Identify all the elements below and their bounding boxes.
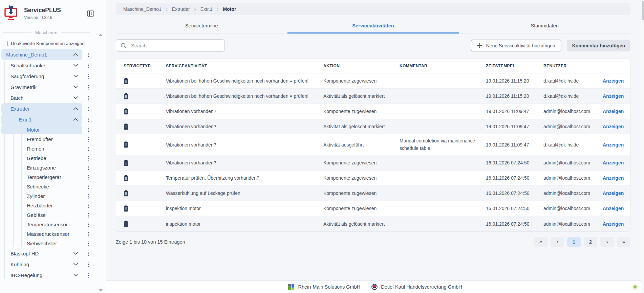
footer-company-2-name[interactable]: Detlef Kaul Handelsvertretung GmbH [381, 284, 462, 290]
add-comment-button[interactable]: Kommentar hinzufügen [567, 40, 630, 51]
kebab-menu-icon[interactable]: ⋮ [86, 231, 91, 236]
sidebar-tree-item[interactable]: Zylinder ⋮ [1, 191, 82, 201]
page-number-button[interactable]: 1 [567, 237, 581, 247]
kebab-menu-icon[interactable]: ⋮ [86, 165, 91, 170]
sidebar-tree-item[interactable]: Riemen ⋮ [1, 144, 82, 153]
kebab-menu-icon[interactable]: ⋮ [86, 194, 91, 199]
sidebar-tree-item[interactable]: Fremdlüfter ⋮ [1, 134, 82, 144]
kebab-menu-icon[interactable]: ⋮ [86, 63, 91, 68]
row-view-link[interactable]: Anzeigen [603, 124, 624, 129]
first-page-button[interactable]: « [534, 237, 548, 247]
prev-page-button[interactable]: ‹ [551, 237, 564, 247]
sidebar-tree-item[interactable]: Massedrucksensor ⋮ [1, 229, 82, 239]
sidebar-collapse-icon[interactable] [87, 10, 94, 17]
sidebar-tree-item[interactable]: Saugförderung ⋮ [1, 71, 82, 82]
sidebar-tree-item[interactable]: Maschine_Demo1 ⋮ [1, 49, 82, 60]
table-row[interactable]: Vibrationen vorhanden? Aktivität als gel… [116, 119, 630, 134]
sidebar-tree-item[interactable]: Schnecke ⋮ [1, 182, 82, 191]
breadcrumb-item[interactable]: Extr.1 [200, 6, 213, 12]
chevron-icon[interactable] [73, 64, 78, 67]
kebab-menu-icon[interactable]: ⋮ [86, 251, 91, 256]
scrollbar-thumb[interactable] [642, 1, 644, 20]
table-row[interactable]: Temperatur prüfen, Überhitzung vorhanden… [116, 171, 630, 186]
table-row[interactable]: Wasserkühlung auf Leckage prüfen Kompone… [116, 186, 630, 201]
chevron-icon[interactable] [73, 75, 78, 77]
footer-company-1-name[interactable]: Rhein-Main Solutions GmbH [298, 284, 360, 290]
row-view-link[interactable]: Anzeigen [603, 78, 624, 84]
kebab-menu-icon[interactable]: ⋮ [86, 203, 91, 208]
kebab-menu-icon[interactable]: ⋮ [86, 85, 91, 90]
table-row[interactable]: inspektion motor Komponente zugewiesen 1… [116, 201, 630, 216]
chevron-icon[interactable] [73, 274, 78, 276]
kebab-menu-icon[interactable]: ⋮ [86, 262, 91, 267]
row-view-link[interactable]: Anzeigen [603, 109, 624, 114]
kebab-menu-icon[interactable]: ⋮ [86, 74, 91, 79]
show-deactivated-checkbox[interactable] [3, 41, 8, 46]
show-deactivated-row[interactable]: Deaktivierte Komponenten anzeigen [3, 41, 103, 46]
sidebar-tree-item[interactable]: Blaskopf HD ⋮ [1, 248, 82, 259]
kebab-menu-icon[interactable]: ⋮ [86, 222, 91, 227]
tree-scroll-up-icon[interactable] [99, 34, 103, 36]
sidebar-tree-item[interactable]: Siebwechsler ⋮ [1, 239, 82, 248]
row-view-link[interactable]: Anzeigen [603, 206, 624, 211]
row-view-link[interactable]: Anzeigen [603, 221, 624, 227]
kebab-menu-icon[interactable]: ⋮ [86, 184, 91, 189]
chevron-icon[interactable] [73, 53, 78, 56]
row-view-link[interactable]: Anzeigen [603, 175, 624, 181]
table-row[interactable]: Vibrationen vorhanden? Komponente zugewi… [116, 155, 630, 171]
sidebar-tree-item[interactable]: Temperatursensor ⋮ [1, 220, 82, 229]
tab-stammdaten[interactable]: Stammdaten [459, 19, 630, 33]
kebab-menu-icon[interactable]: ⋮ [86, 212, 91, 218]
breadcrumb-item[interactable]: Maschine_Demo1 [123, 6, 162, 12]
kebab-menu-icon[interactable]: ⋮ [86, 127, 91, 132]
kebab-menu-icon[interactable]: ⋮ [86, 52, 91, 57]
add-service-activity-button[interactable]: Neue Serviceaktivität hinzufügen [471, 40, 561, 51]
search-box[interactable] [116, 39, 225, 52]
kebab-menu-icon[interactable]: ⋮ [86, 175, 91, 180]
page-number-button[interactable]: 2 [584, 237, 597, 247]
kebab-menu-icon[interactable]: ⋮ [86, 156, 91, 161]
row-view-link[interactable]: Anzeigen [603, 190, 624, 196]
row-view-link[interactable]: Anzeigen [603, 142, 624, 148]
kebab-menu-icon[interactable]: ⋮ [86, 106, 91, 111]
kebab-menu-icon[interactable]: ⋮ [86, 146, 91, 151]
row-view-link[interactable]: Anzeigen [603, 93, 624, 99]
window-scrollbar[interactable] [641, 0, 644, 293]
chevron-icon[interactable] [73, 118, 78, 121]
table-row[interactable]: Vibrationen bei hohen Geschwindigkeiten … [116, 89, 630, 104]
search-input[interactable] [131, 43, 220, 48]
chevron-icon[interactable] [73, 252, 78, 255]
next-page-button[interactable]: › [600, 237, 614, 247]
tree-scroll-down-icon[interactable] [99, 289, 103, 292]
table-row[interactable]: Vibrationen vorhanden? Komponente zugewi… [116, 104, 630, 119]
table-row[interactable]: Vibrationen vorhanden? Aktivität ausgefü… [116, 134, 630, 155]
sidebar-tree-item[interactable]: Extruder ⋮ [1, 103, 82, 114]
tab-serviceaktivitaeten[interactable]: Serviceaktivitäten [287, 19, 459, 33]
chevron-icon[interactable] [73, 107, 78, 110]
sidebar-tree-item[interactable]: Motor ⋮ [1, 125, 82, 134]
sidebar-tree-item[interactable]: Heizbänder ⋮ [1, 201, 82, 210]
sidebar-tree-item[interactable]: Kühlring ⋮ [1, 259, 82, 270]
sidebar-tree-item[interactable]: IBC-Regelung ⋮ [1, 270, 82, 280]
sidebar-tree-item[interactable]: Temperiergerät ⋮ [1, 172, 82, 182]
chevron-icon[interactable] [73, 96, 78, 99]
sidebar-tree-item[interactable]: Extr.1 ⋮ [1, 114, 82, 125]
sidebar-tree-item[interactable]: Gebläse ⋮ [1, 210, 82, 220]
chevron-icon[interactable] [73, 86, 78, 88]
sidebar-tree-item[interactable]: Getriebe ⋮ [1, 153, 82, 163]
kebab-menu-icon[interactable]: ⋮ [86, 95, 91, 100]
kebab-menu-icon[interactable]: ⋮ [86, 241, 91, 246]
kebab-menu-icon[interactable]: ⋮ [86, 273, 91, 278]
table-row[interactable]: inspektion motor Aktivität als gelöscht … [116, 216, 630, 231]
kebab-menu-icon[interactable]: ⋮ [86, 137, 91, 142]
row-view-link[interactable]: Anzeigen [603, 160, 624, 165]
sidebar-tree-item[interactable]: Schaltschränke ⋮ [1, 60, 82, 71]
sidebar-tree-item[interactable]: Batch ⋮ [1, 92, 82, 103]
tab-servicetermine[interactable]: Servicetermine [116, 19, 287, 33]
table-row[interactable]: Vibrationen bei hohen Geschwindigkeiten … [116, 73, 630, 89]
last-page-button[interactable]: » [617, 237, 630, 247]
breadcrumb-item[interactable]: Extruder [172, 6, 190, 12]
kebab-menu-icon[interactable]: ⋮ [86, 117, 91, 122]
sidebar-tree-item[interactable]: Einzugszone ⋮ [1, 163, 82, 172]
chevron-icon[interactable] [73, 263, 78, 266]
